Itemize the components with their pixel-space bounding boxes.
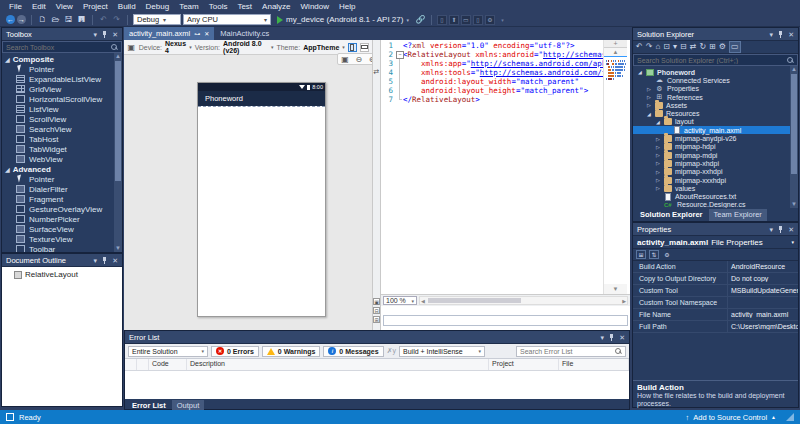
swap-panes-icon[interactable]: ⇄ <box>373 68 380 76</box>
preview-icon[interactable]: ▭ <box>729 41 741 53</box>
toolbox-item-numberpicker[interactable]: NumberPicker <box>2 214 122 224</box>
code-line[interactable]: 3 xmlns:app="http://schemas.android.com/… <box>381 59 603 68</box>
property-row[interactable]: File Nameactivity_main.axml <box>633 309 798 321</box>
menu-debug[interactable]: Debug <box>141 0 175 13</box>
property-row[interactable]: Build ActionAndroidResource <box>633 261 798 273</box>
scroll-right-icon[interactable]: ▶ <box>621 298 627 304</box>
portrait-orientation-icon[interactable] <box>348 43 357 52</box>
tree-item-mipmap-xhdpi[interactable]: ▷mipmap-xhdpi <box>633 159 798 167</box>
tree-item-mipmap-xxhdpi[interactable]: ▷mipmap-xxhdpi <box>633 168 798 176</box>
properties-object-selector[interactable]: activity_main.axml File Properties ▾ <box>633 236 798 249</box>
warnings-filter-button[interactable]: 0 Warnings <box>262 346 320 357</box>
scroll-left-icon[interactable]: ◀ <box>420 298 426 304</box>
property-value[interactable]: activity_main.axml <box>728 311 798 318</box>
home-icon[interactable]: ⌂ <box>655 42 660 52</box>
toolbox-item-tabhost[interactable]: TabHost <box>2 134 122 144</box>
expander-icon[interactable]: ▷ <box>655 185 661 191</box>
toolbox-item-gridview[interactable]: GridView <box>2 84 122 94</box>
tab-solution-explorer[interactable]: Solution Explorer <box>635 209 708 221</box>
error-list-column-headers[interactable]: CodeDescriptionProjectFile <box>125 359 629 371</box>
tab-MainActivity.cs[interactable]: MainActivity.cs <box>215 27 274 40</box>
column-header-Project[interactable]: Project <box>489 359 559 370</box>
toolbox-group-composite[interactable]: ◢Composite <box>2 54 122 64</box>
phone-content-area[interactable] <box>198 106 325 339</box>
expander-icon[interactable]: ▷ <box>655 144 661 150</box>
collapse-pane-icon[interactable]: ▣ <box>373 298 380 305</box>
error-scope-dropdown[interactable]: Entire Solution ▾ <box>128 346 208 357</box>
tree-item-resources[interactable]: ◢Resources <box>633 109 798 117</box>
navigate-forward-icon[interactable]: → <box>17 15 26 24</box>
outline-item-relativelayout[interactable]: RelativeLayout <box>4 270 120 279</box>
close-icon[interactable]: ✕ <box>619 334 625 341</box>
toolbox-item-textureview[interactable]: TextureView <box>2 234 122 244</box>
new-project-icon[interactable]: 🗋 <box>37 14 48 25</box>
code-line[interactable]: 2<RelativeLayout xmlns:android="http://s… <box>381 50 603 59</box>
error-list-search[interactable]: Search Error List <box>516 346 626 357</box>
open-file-icon[interactable]: 🗁 <box>50 14 61 25</box>
property-value[interactable]: C:\Users\mgm\Desktop\Phonew <box>728 323 798 330</box>
column-header-icon[interactable] <box>137 359 149 370</box>
menu-view[interactable]: View <box>51 0 78 13</box>
error-source-dropdown[interactable]: Build + IntelliSense ▾ <box>399 346 485 357</box>
toolbox-item-webview[interactable]: WebView <box>2 154 122 164</box>
navigate-back-icon[interactable]: ← <box>6 15 15 24</box>
toolbox-item-listview[interactable]: ListView <box>2 104 122 114</box>
outline-margin[interactable] <box>395 77 403 86</box>
start-debugging-button[interactable]: my_device (Android 8.1 - API 27) ▾ <box>273 15 413 24</box>
solution-tree-scrollbar[interactable]: ▲ ▼ <box>790 66 798 208</box>
outline-margin[interactable] <box>395 68 403 77</box>
menu-file[interactable]: File <box>4 0 27 13</box>
designer-source-splitter[interactable]: ⇄ ▣ ⊟ ⊞ <box>372 40 381 330</box>
menu-analyze[interactable]: Analyze <box>257 0 295 13</box>
toolbox-item-scrollview[interactable]: ScrollView <box>2 114 122 124</box>
source-editor-pane[interactable]: 1<?xml version="1.0" encoding="utf-8"?>2… <box>381 40 630 330</box>
properties-title-bar[interactable]: Properties ▾ ✕ <box>633 223 798 236</box>
expander-icon[interactable]: ▷ <box>655 169 661 175</box>
window-menu-icon[interactable]: ▾ <box>94 31 98 38</box>
toolbox-item-horizontalscrollview[interactable]: HorizontalScrollView <box>2 94 122 104</box>
expander-icon[interactable]: ▷ <box>646 102 652 108</box>
back-icon[interactable]: ↶ <box>636 42 643 52</box>
add-to-source-control-button[interactable]: Add to Source Control <box>693 413 767 422</box>
device-landscape-icon[interactable]: ▯ <box>473 15 483 25</box>
tab-activity_main.axml[interactable]: activity_main.axml⊶✕ <box>124 27 214 40</box>
pin-icon[interactable]: ⊶ <box>194 30 200 37</box>
toolbox-item-pointer[interactable]: Pointer <box>2 64 122 74</box>
window-menu-icon[interactable]: ▾ <box>601 334 605 341</box>
redo-icon[interactable]: ↷ <box>111 14 122 25</box>
outline-margin[interactable] <box>395 50 403 59</box>
refresh-icon[interactable]: ↻ <box>699 42 706 52</box>
toolbox-item-surfaceview[interactable]: SurfaceView <box>2 224 122 234</box>
tree-item-mipmap-xxxhdpi[interactable]: ▷mipmap-xxxhdpi <box>633 176 798 184</box>
pin-icon[interactable] <box>101 256 108 265</box>
sync-icon[interactable]: ⇄ <box>690 42 697 52</box>
tree-item-resource.designer.cs[interactable]: C#Resource.Designer.cs <box>633 201 798 208</box>
scroll-down-icon[interactable]: ▼ <box>115 245 121 252</box>
vertical-split-icon[interactable]: ⊞ <box>373 316 380 323</box>
expander-icon[interactable]: ◢ <box>646 111 652 117</box>
tree-item-mipmap-mdpi[interactable]: ▷mipmap-mdpi <box>633 151 798 159</box>
menu-edit[interactable]: Edit <box>27 0 51 13</box>
menu-test[interactable]: Test <box>232 0 257 13</box>
solution-configuration-dropdown[interactable]: Debug ▾ <box>133 14 181 25</box>
column-header-Description[interactable]: Description <box>187 359 489 370</box>
column-header-icon[interactable] <box>125 359 137 370</box>
tree-item-connected services[interactable]: ☁Connected Services <box>633 76 798 84</box>
zoom-out-icon[interactable]: ⊖ <box>355 55 362 64</box>
tree-item-mipmap-hdpi[interactable]: ▷mipmap-hdpi <box>633 143 798 151</box>
toolbox-search-input[interactable] <box>6 44 110 51</box>
collapse-all-icon[interactable]: ⊟ <box>680 42 687 52</box>
version-dropdown[interactable]: Android 8.0 (v26) <box>223 40 268 54</box>
code-line[interactable]: 6 android:layout_height="match_parent"> <box>381 86 603 95</box>
sdk-manager-icon[interactable]: ⚙ <box>485 15 495 25</box>
column-header-File[interactable]: File <box>559 359 629 370</box>
device-dropdown[interactable]: Nexus 4 <box>165 40 186 54</box>
categorized-icon[interactable]: ⊞ <box>636 250 646 259</box>
attach-icon[interactable]: 🔗 <box>415 14 426 25</box>
toolbox-scrollbar[interactable]: ▲ ▼ <box>114 53 122 252</box>
scroll-up-icon[interactable]: ▲ <box>791 66 797 73</box>
close-icon[interactable]: ✕ <box>788 226 794 233</box>
scrollbar-thumb[interactable] <box>428 298 521 303</box>
expander-icon[interactable]: ▷ <box>655 160 661 166</box>
pin-icon[interactable] <box>777 225 784 234</box>
